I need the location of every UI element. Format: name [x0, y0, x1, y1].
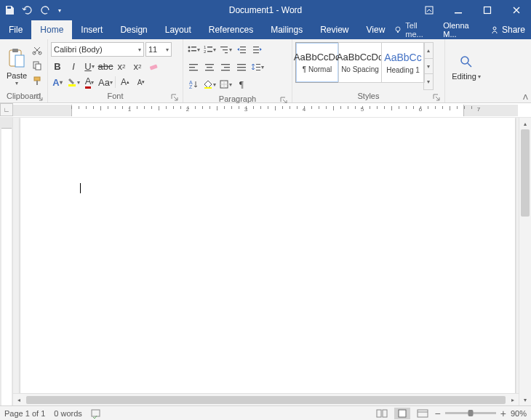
font-size-combo[interactable]: 11▾	[145, 42, 172, 57]
vertical-scrollbar[interactable]: ▴ ▾	[519, 118, 531, 405]
scroll-left-icon[interactable]: ◂	[13, 397, 25, 403]
borders-icon	[219, 79, 229, 89]
style-heading-1[interactable]: AaBbCc Heading 1	[381, 42, 425, 83]
svg-rect-39	[205, 70, 214, 70]
show-marks-button[interactable]: ¶	[234, 77, 249, 92]
highlight-button[interactable]: ▾	[67, 76, 80, 89]
tab-insert[interactable]: Insert	[72, 20, 111, 39]
increase-indent-button[interactable]	[250, 42, 265, 57]
decrease-indent-button[interactable]	[234, 42, 249, 57]
scroll-down-icon[interactable]: ▾	[519, 394, 531, 405]
horizontal-scrollbar[interactable]: ◂ ▸	[13, 393, 519, 405]
tab-selector[interactable]: ∟	[0, 103, 13, 116]
qat-customize-icon[interactable]: ▾	[58, 7, 61, 14]
superscript-button[interactable]: x2	[131, 60, 144, 73]
zoom-in-button[interactable]: +	[500, 408, 506, 419]
styles-expand-icon[interactable]: ▾	[424, 74, 433, 89]
style-no-spacing[interactable]: AaBbCcDd No Spacing	[338, 42, 382, 83]
print-layout-button[interactable]	[394, 408, 410, 419]
user-name[interactable]: Olenna M...	[443, 21, 484, 39]
shading-button[interactable]: ▾	[202, 77, 217, 92]
borders-button[interactable]: ▾	[218, 77, 233, 92]
tab-layout[interactable]: Layout	[156, 20, 200, 39]
horizontal-scroll-thumb[interactable]	[26, 396, 506, 404]
align-center-button[interactable]	[202, 60, 217, 74]
web-layout-button[interactable]	[415, 408, 431, 419]
format-painter-button[interactable]	[32, 76, 42, 86]
sort-button[interactable]: AZ	[186, 77, 201, 92]
decrease-indent-icon	[236, 44, 247, 54]
read-mode-button[interactable]	[374, 408, 390, 419]
svg-rect-26	[223, 49, 228, 50]
zoom-level[interactable]: 90%	[511, 409, 527, 418]
vertical-scroll-thumb[interactable]	[521, 129, 530, 217]
undo-icon[interactable]	[22, 5, 33, 15]
styles-scroll-up-icon[interactable]: ▴	[424, 43, 433, 59]
justify-button[interactable]	[234, 60, 249, 74]
scroll-right-icon[interactable]: ▸	[507, 397, 519, 403]
tell-me-search[interactable]: Tell me...	[394, 21, 437, 39]
italic-button[interactable]: I	[67, 60, 80, 73]
spell-check-status[interactable]	[91, 408, 103, 419]
tab-references[interactable]: References	[200, 20, 262, 39]
maximize-button[interactable]	[473, 0, 502, 20]
tab-mailings[interactable]: Mailings	[262, 20, 311, 39]
align-right-button[interactable]	[218, 60, 233, 74]
clipboard-launcher[interactable]	[36, 94, 43, 101]
redo-icon[interactable]	[41, 5, 51, 15]
tab-home[interactable]: Home	[31, 20, 72, 39]
multilevel-list-button[interactable]: ▾	[218, 42, 233, 57]
minimize-button[interactable]	[444, 0, 473, 20]
tab-view[interactable]: View	[358, 20, 394, 39]
scroll-up-icon[interactable]: ▴	[519, 118, 531, 129]
zoom-out-button[interactable]: −	[435, 408, 441, 419]
horizontal-ruler[interactable]: 1234567	[13, 105, 518, 116]
find-icon[interactable]	[459, 54, 474, 69]
bullets-button[interactable]: ▾	[186, 42, 201, 57]
shrink-font-button[interactable]: A▾	[135, 76, 148, 89]
word-count-status[interactable]: 0 words	[54, 409, 82, 418]
cut-button[interactable]	[32, 45, 42, 55]
svg-rect-18	[191, 47, 196, 48]
grow-font-button[interactable]: A▴	[119, 76, 132, 89]
svg-rect-44	[237, 67, 246, 68]
font-name-combo[interactable]: Calibri (Body)▾	[51, 42, 144, 57]
styles-launcher[interactable]	[433, 94, 440, 101]
strikethrough-button[interactable]: abc	[99, 60, 112, 73]
numbering-button[interactable]: 12▾	[202, 42, 217, 57]
copy-button[interactable]	[32, 60, 42, 70]
underline-button[interactable]: U▾	[83, 60, 96, 73]
save-icon[interactable]	[4, 5, 15, 15]
share-button[interactable]: Share	[490, 25, 525, 35]
font-color-button[interactable]: A▾	[83, 76, 96, 89]
svg-rect-16	[68, 84, 76, 86]
paste-dropdown-icon[interactable]: ▾	[15, 80, 18, 86]
close-button[interactable]	[502, 0, 531, 20]
subscript-button[interactable]: x2	[115, 60, 128, 73]
bold-button[interactable]: B	[51, 60, 64, 73]
tab-file[interactable]: File	[0, 20, 31, 39]
paste-button[interactable]: Paste ▾	[3, 41, 31, 90]
ribbon-display-options-icon[interactable]	[415, 0, 444, 20]
align-left-button[interactable]	[186, 60, 201, 74]
tab-design[interactable]: Design	[111, 20, 156, 39]
document-page[interactable]	[20, 118, 515, 405]
change-case-button[interactable]: Aa▾	[99, 76, 112, 89]
font-launcher[interactable]	[171, 94, 178, 101]
page-surface[interactable]	[13, 118, 519, 405]
vertical-ruler[interactable]	[0, 118, 13, 405]
svg-line-56	[468, 63, 471, 67]
tab-review[interactable]: Review	[311, 20, 357, 39]
zoom-slider[interactable]	[445, 412, 496, 414]
styles-scroll-down-icon[interactable]: ▾	[424, 59, 433, 75]
collapse-ribbon-icon[interactable]: ᐱ	[523, 93, 528, 101]
page-number-status[interactable]: Page 1 of 1	[4, 409, 45, 418]
eraser-icon	[148, 61, 159, 71]
editing-button[interactable]: Editing▾	[452, 72, 481, 81]
style-normal[interactable]: AaBbCcDd ¶ Normal	[295, 42, 339, 83]
line-spacing-button[interactable]: ▾	[250, 60, 265, 74]
quick-access-toolbar: ▾	[0, 5, 61, 15]
styles-gallery-scroll[interactable]: ▴ ▾ ▾	[423, 42, 434, 90]
clear-formatting-button[interactable]	[147, 60, 160, 73]
text-effects-button[interactable]: A▾	[51, 76, 64, 89]
